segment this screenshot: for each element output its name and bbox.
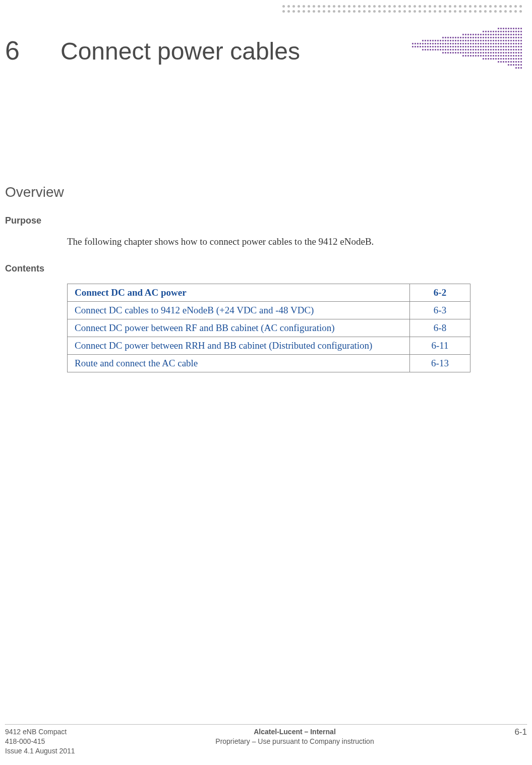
contents-table: Connect DC and AC power6-2Connect DC cab… bbox=[67, 284, 470, 372]
contents-row: Connect DC cables to 9412 eNodeB (+24 VD… bbox=[68, 302, 470, 319]
contents-row: Connect DC power between RRH and BB cabi… bbox=[68, 337, 470, 355]
footer-issue: Issue 4.1 August 2011 bbox=[5, 746, 75, 756]
chapter-title: Connect power cables bbox=[61, 37, 300, 65]
footer-doc-title: 9412 eNB Compact bbox=[5, 727, 75, 737]
contents-row-title[interactable]: Connect DC cables to 9412 eNodeB (+24 VD… bbox=[68, 302, 410, 319]
footer-page-number: 6-1 bbox=[514, 727, 527, 737]
overview-heading: Overview bbox=[5, 184, 64, 200]
footer-doc-number: 418-000-415 bbox=[5, 737, 75, 746]
contents-row-page[interactable]: 6-13 bbox=[410, 355, 470, 372]
contents-row-page[interactable]: 6-11 bbox=[410, 337, 470, 355]
contents-row-title[interactable]: Connect DC power between RRH and BB cabi… bbox=[68, 337, 410, 355]
contents-row: Connect DC power between RF and BB cabin… bbox=[68, 319, 470, 337]
purpose-label: Purpose bbox=[5, 215, 41, 226]
contents-row: Route and connect the AC cable6-13 bbox=[68, 355, 470, 372]
contents-row-page[interactable]: 6-2 bbox=[410, 284, 470, 302]
contents-row-title[interactable]: Route and connect the AC cable bbox=[68, 355, 410, 372]
chapter-number: 6 bbox=[5, 35, 61, 66]
chapter-header: 6 Connect power cables bbox=[5, 35, 300, 66]
contents-row-title[interactable]: Connect DC power between RF and BB cabin… bbox=[68, 319, 410, 337]
contents-label: Contents bbox=[5, 263, 44, 274]
footer-classification: Alcatel-Lucent – Internal bbox=[215, 727, 374, 737]
purpose-text: The following chapter shows how to conne… bbox=[67, 236, 374, 247]
footer-rule bbox=[5, 724, 527, 725]
footer: 9412 eNB Compact 418-000-415 Issue 4.1 A… bbox=[5, 727, 527, 756]
contents-row-page[interactable]: 6-3 bbox=[410, 302, 470, 319]
contents-row: Connect DC and AC power6-2 bbox=[68, 284, 470, 302]
contents-row-title[interactable]: Connect DC and AC power bbox=[68, 284, 410, 302]
header-decoration bbox=[270, 5, 522, 71]
contents-row-page[interactable]: 6-8 bbox=[410, 319, 470, 337]
footer-proprietary: Proprietary – Use pursuant to Company in… bbox=[215, 737, 374, 746]
